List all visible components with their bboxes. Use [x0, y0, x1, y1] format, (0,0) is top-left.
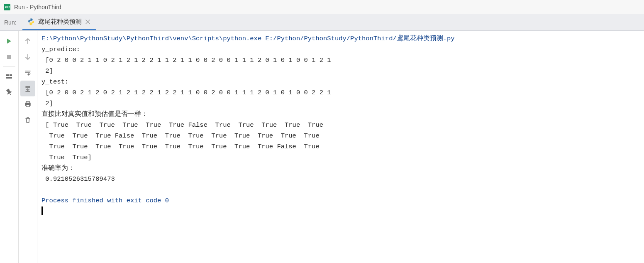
- svg-rect-6: [6, 77, 12, 79]
- rerun-button[interactable]: [2, 33, 17, 49]
- secondary-toolbar: [19, 31, 37, 263]
- run-label: Run:: [0, 14, 22, 30]
- console-line: y_test:: [41, 78, 68, 86]
- tab-run-configuration[interactable]: 鸢尾花种类预测: [22, 14, 96, 30]
- up-button[interactable]: [20, 33, 35, 49]
- divider: [3, 66, 15, 67]
- console-output[interactable]: E:\Python\PythonStudy\PythonThird\venv\S…: [37, 31, 644, 263]
- console-line: 0.9210526315789473: [41, 175, 115, 183]
- python-file-icon: [27, 18, 35, 25]
- console-line: y_predice:: [41, 46, 80, 53]
- svg-text:PC: PC: [5, 5, 10, 9]
- pycharm-icon: PC: [3, 3, 11, 11]
- scroll-to-end-button[interactable]: [20, 81, 35, 96]
- console-line: [0 2 0 0 2 1 2 0 2 1 2 1 2 2 1 2 2 1 1 0…: [41, 89, 331, 96]
- down-button[interactable]: [20, 49, 35, 65]
- console-line: [ True True True True True True False Tr…: [41, 121, 323, 129]
- console-line: True True True False True True True True…: [41, 132, 320, 140]
- window-title: Run - PythonThird: [14, 4, 61, 10]
- console-line: True True True True True True True True …: [41, 143, 320, 150]
- console-line: True True]: [41, 154, 92, 161]
- tab-label: 鸢尾花种类预测: [38, 18, 82, 26]
- close-icon[interactable]: [85, 19, 91, 25]
- svg-rect-3: [7, 55, 11, 59]
- svg-rect-4: [6, 74, 9, 76]
- exit-message: Process finished with exit code 0: [41, 197, 169, 204]
- svg-rect-9: [26, 105, 29, 107]
- print-button[interactable]: [20, 96, 35, 112]
- console-line: 直接比对真实值和预估值是否一样：: [41, 111, 148, 118]
- console-line: 2]: [41, 67, 53, 75]
- stop-button[interactable]: [2, 49, 17, 65]
- text-cursor: [41, 206, 43, 215]
- main-area: E:\Python\PythonStudy\PythonThird\venv\S…: [0, 31, 644, 263]
- console-line: 准确率为：: [41, 165, 75, 172]
- clear-all-button[interactable]: [20, 112, 35, 128]
- primary-toolbar: [0, 31, 19, 263]
- tab-row: Run: 鸢尾花种类预测: [0, 14, 644, 31]
- console-line: 2]: [41, 100, 53, 107]
- title-bar: PC Run - PythonThird: [0, 0, 644, 14]
- console-line: [0 2 0 0 2 1 1 0 2 1 2 1 2 2 1 1 2 1 1 0…: [41, 57, 331, 64]
- command-line: E:\Python\PythonStudy\PythonThird\venv\S…: [41, 35, 455, 42]
- pin-button[interactable]: [2, 84, 17, 100]
- layout-button[interactable]: [2, 69, 17, 84]
- soft-wrap-button[interactable]: [20, 65, 35, 81]
- svg-rect-5: [10, 74, 12, 76]
